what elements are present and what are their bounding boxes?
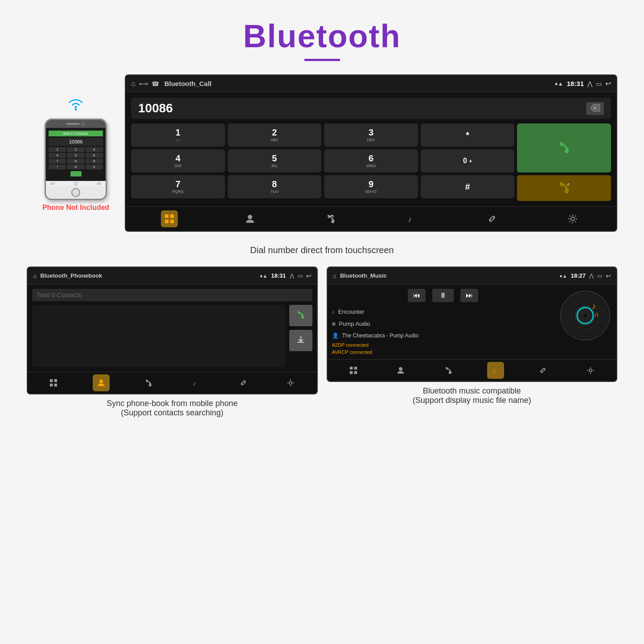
music-header-right: ●▲ 18:27 ⋀ ▭ ↩ [559,272,611,279]
top-section: Add to Contacts 10086 1 2 3 4 5 6 7 8 9 … [27,74,617,232]
nav-phone-icon[interactable] [140,374,157,391]
key-0plus[interactable]: 0 + [421,149,515,172]
signal-icon: ●▲ [260,273,268,279]
nav-link-icon[interactable] [534,362,551,379]
dialer-header-right: ●▲ 18:31 ⋀ ▭ ↩ [555,79,611,88]
download-button[interactable] [289,330,312,351]
track-name: Encounter [338,308,365,315]
signal-icon: ●▲ [555,81,563,87]
nav-phone-icon[interactable] [440,362,457,379]
svg-rect-11 [50,379,53,382]
track-dot-icon [332,322,336,326]
svg-point-15 [99,380,103,383]
dialer-time: 18:31 [567,80,584,87]
dialer-bottom-nav: ♪ [126,206,616,231]
nav-contacts-icon[interactable] [392,362,409,379]
key-8[interactable]: 8TUV [228,175,322,198]
phonebook-content: Total 0 Contacts [28,284,317,372]
key-6[interactable]: 6MNO [324,149,418,172]
dialer-content: 10086 × 1○○ 2ABC 3DEF [126,92,616,206]
key-3[interactable]: 3DEF [324,123,418,147]
phonebook-screen: ⌂ Bluetooth_Phonebook ●▲ 18:31 ⋀ ▭ ↩ Tot… [27,267,318,394]
svg-text:♪: ♪ [193,380,196,387]
svg-text:×: × [594,106,596,111]
key-star[interactable]: * [421,123,515,147]
next-button[interactable]: ⏭ [460,289,478,302]
svg-text:♪: ♪ [592,302,596,311]
dialer-header-left: ⌂ ⇐⇒ ☎ Bluetooth_Call [131,80,212,88]
phone-key: 4 [49,153,66,158]
nav-link-icon[interactable] [235,374,252,391]
phone-key: 0 [67,164,84,169]
svg-rect-28 [350,367,353,370]
svg-point-32 [399,367,402,371]
music-content: ⏮ ⏸ ⏭ ♪ Encounter Pump Audio [328,284,617,359]
nav-arrows-icon: ⇐⇒ [139,81,148,87]
dialer-header: ⌂ ⇐⇒ ☎ Bluetooth_Call ●▲ 18:31 ⋀ ▭ ↩ [126,75,616,92]
a2dp-status: A2DP connected [332,342,554,348]
track-item: ♪ Encounter [332,307,554,317]
key-2[interactable]: 2ABC [228,123,322,147]
svg-point-25 [583,314,587,317]
svg-text:↺: ↺ [566,183,570,187]
key-4[interactable]: 4GHI [131,149,225,172]
nav-phone-icon[interactable] [322,210,339,227]
nav-contacts-icon[interactable] [93,374,110,391]
dialer-title: Bluetooth_Call [164,80,212,87]
phone-body: Add to Contacts 10086 1 2 3 4 5 6 7 8 9 … [45,119,107,200]
key-1[interactable]: 1○○ [131,123,225,147]
phone-key: 6 [86,153,103,158]
svg-rect-29 [354,367,357,370]
nav-music-icon[interactable]: ♪ [187,374,204,391]
nav-grid-icon[interactable] [345,362,362,379]
phone-home-button [71,188,80,197]
phone-illustration: Add to Contacts 10086 1 2 3 4 5 6 7 8 9 … [27,94,125,212]
nav-settings-icon[interactable] [282,374,299,391]
contacts-search[interactable]: Total 0 Contacts [32,289,312,301]
nav-link-icon[interactable] [484,210,500,227]
svg-rect-5 [170,214,174,218]
main-caption: Dial number direct from touchscreen [250,245,394,255]
nav-music-icon[interactable]: ♪ [403,210,420,227]
nav-grid-icon[interactable] [45,374,62,391]
play-pause-button[interactable]: ⏸ [432,289,454,302]
track-name: The Cheebacabra - Pump Audio [342,332,418,339]
bluetooth-call-icon: ☎ [152,80,159,87]
prev-button[interactable]: ⏮ [408,289,426,302]
track-item: 👤 The Cheebacabra - Pump Audio [332,331,554,340]
key-hash[interactable]: # [421,175,515,198]
svg-rect-31 [354,371,357,374]
music-controls: ⏮ ⏸ ⏭ [332,289,554,302]
call-button[interactable] [517,123,611,172]
svg-rect-13 [50,384,53,387]
home-icon: ⌂ [131,80,135,88]
backspace-button[interactable]: × [586,102,604,115]
music-header-left: ⌂ Bluetooth_Music [333,272,387,279]
phone-add-contacts: Add to Contacts [49,131,103,136]
call-contact-button[interactable] [289,305,312,326]
music-header: ⌂ Bluetooth_Music ●▲ 18:27 ⋀ ▭ ↩ [328,267,617,284]
key-7[interactable]: 7PQRS [131,175,225,198]
page-title: Bluetooth [243,18,401,54]
nav-music-icon[interactable]: ♪ [487,362,504,379]
phone-number: 10086 [49,138,103,146]
key-9[interactable]: 9WXYZ [324,175,418,198]
key-5[interactable]: 5JKL [228,149,322,172]
window-icon: ▭ [298,273,303,279]
nav-contacts-icon[interactable] [242,210,258,227]
nav-settings-icon[interactable] [582,362,599,379]
phone-key: 7 [49,159,66,164]
music-screen: ⌂ Bluetooth_Music ●▲ 18:27 ⋀ ▭ ↩ ⏮ ⏸ [327,267,618,382]
recall-button[interactable]: ↺ [517,175,611,201]
avrcp-status: AVRCP connected [332,349,554,355]
expand-icon: ⋀ [290,273,294,279]
nav-grid-icon[interactable] [161,210,178,227]
contacts-list [32,305,286,367]
svg-text:♪: ♪ [492,367,496,374]
number-display: 10086 × [131,98,611,119]
phonebook-title: Bluetooth_Phonebook [40,272,102,279]
nav-settings-icon[interactable] [564,210,581,227]
music-title: Bluetooth_Music [340,272,387,279]
back-icon: ↩ [605,79,611,88]
music-bottom-nav: ♪ [328,359,617,381]
